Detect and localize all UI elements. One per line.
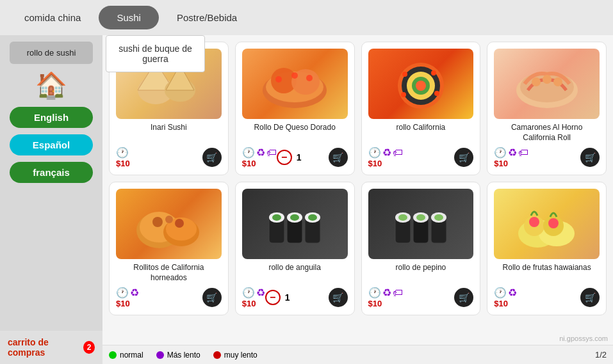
price-camarones: $10 bbox=[494, 159, 528, 168]
product-card-queso: Rollo De Queso Dorado 🕐 ♻ 🏷 $10 − bbox=[235, 42, 355, 175]
action-icons-pepino: 🕐 ♻ 🏷 bbox=[368, 287, 403, 299]
product-actions-inari: 🕐 $10 🛒 bbox=[116, 146, 222, 168]
product-name-rollitos: Rollitos de California horneados bbox=[116, 263, 222, 283]
action-icons-california: 🕐 ♻ 🏷 bbox=[368, 146, 403, 159]
home-icon[interactable]: 🏠 bbox=[35, 70, 67, 100]
add-cart-frutas[interactable]: 🛒 bbox=[580, 288, 600, 307]
product-actions-camarones: 🕐 ♻ 🏷 $10 🛒 bbox=[494, 146, 600, 168]
timer-icon-inari: 🕐 bbox=[116, 146, 129, 159]
product-img-anguila bbox=[242, 189, 348, 259]
product-actions-pepino: 🕐 ♻ 🏷 $10 🛒 bbox=[368, 287, 474, 308]
product-actions-rollitos: 🕐 ♻ $10 🛒 bbox=[116, 287, 222, 308]
svg-point-49 bbox=[434, 214, 443, 221]
page-indicator: 1/2 bbox=[595, 350, 607, 360]
dot-muy-lento bbox=[213, 351, 221, 359]
dot-normal bbox=[109, 351, 117, 359]
product-card-pepino: rollo de pepino 🕐 ♻ 🏷 $10 🛒 bbox=[361, 182, 481, 315]
lang-english-btn[interactable]: English bbox=[10, 107, 93, 128]
product-name-california: rollo California bbox=[396, 123, 446, 142]
product-content: Inari Sushi 🕐 $10 🛒 bbox=[102, 35, 613, 364]
product-grid: Inari Sushi 🕐 $10 🛒 bbox=[109, 42, 607, 315]
product-name-frutas: Rollo de frutas hawaianas bbox=[503, 263, 591, 282]
price-queso: $10 bbox=[242, 159, 256, 168]
add-cart-anguila[interactable]: 🛒 bbox=[329, 288, 348, 307]
action-icons-queso: 🕐 ♻ 🏷 bbox=[242, 146, 277, 159]
action-icons-frutas: 🕐 ♻ bbox=[494, 287, 517, 299]
product-img-frutas bbox=[494, 189, 600, 259]
recycle-icon-queso: ♻ bbox=[256, 146, 265, 159]
timer-icon-anguila: 🕐 bbox=[242, 287, 255, 299]
tag-icon-california: 🏷 bbox=[393, 147, 403, 159]
tag-icon-queso: 🏷 bbox=[266, 147, 277, 159]
qty-control-anguila: − 1 bbox=[265, 290, 292, 305]
svg-point-9 bbox=[291, 72, 298, 79]
add-cart-pepino[interactable]: 🛒 bbox=[454, 288, 473, 307]
product-img-rollitos bbox=[116, 189, 222, 259]
product-actions-frutas: 🕐 ♻ $10 🛒 bbox=[494, 287, 600, 308]
svg-point-18 bbox=[434, 91, 439, 96]
price-pepino: $10 bbox=[368, 299, 403, 308]
product-img-california bbox=[368, 49, 474, 119]
action-icons-rollitos: 🕐 ♻ bbox=[116, 287, 139, 299]
product-name-camarones: Camarones Al Horno California Roll bbox=[494, 123, 600, 143]
price-california: $10 bbox=[368, 159, 403, 168]
qty-control-queso: − 1 bbox=[277, 150, 304, 165]
recycle-icon-camarones: ♻ bbox=[508, 146, 517, 159]
dropdown-hint[interactable]: sushi de buque de guerra bbox=[106, 35, 205, 72]
product-name-queso: Rollo De Queso Dorado bbox=[254, 123, 335, 142]
svg-point-55 bbox=[548, 218, 559, 228]
svg-point-19 bbox=[401, 92, 406, 97]
product-name-inari: Inari Sushi bbox=[151, 123, 187, 142]
product-card-rollitos: Rollitos de California horneados 🕐 ♻ $10… bbox=[109, 182, 229, 315]
cart-button[interactable]: carrito de compras 2 bbox=[0, 331, 102, 364]
lang-espanol-btn[interactable]: Español bbox=[10, 134, 93, 155]
label-mas-lento: Más lento bbox=[167, 351, 200, 360]
add-cart-california[interactable]: 🛒 bbox=[454, 148, 473, 167]
cart-badge: 2 bbox=[83, 341, 95, 354]
svg-point-48 bbox=[416, 214, 425, 221]
svg-point-47 bbox=[398, 214, 407, 221]
product-img-pepino bbox=[368, 189, 474, 259]
sidebar: rollo de sushi 🏠 English Español françai… bbox=[0, 35, 102, 364]
product-card-anguila: rollo de anguila 🕐 ♻ $10 − 1 🛒 bbox=[235, 182, 355, 315]
tab-comida-china[interactable]: comida china bbox=[6, 6, 99, 29]
recycle-icon-anguila: ♻ bbox=[256, 287, 265, 299]
action-icons-inari: 🕐 bbox=[116, 146, 130, 159]
product-actions-california: 🕐 ♻ 🏷 $10 🛒 bbox=[368, 146, 474, 168]
product-actions-queso: 🕐 ♻ 🏷 $10 − 1 🛒 bbox=[242, 146, 348, 168]
timer-icon-queso: 🕐 bbox=[242, 146, 255, 159]
tab-sushi[interactable]: Sushi bbox=[99, 6, 159, 29]
dot-mas-lento bbox=[156, 351, 164, 359]
subcategory-btn[interactable]: rollo de sushi bbox=[10, 42, 93, 64]
price-inari: $10 bbox=[116, 159, 130, 168]
timer-icon-frutas: 🕐 bbox=[494, 287, 507, 299]
svg-point-8 bbox=[275, 76, 282, 83]
svg-point-39 bbox=[290, 214, 299, 221]
qty-decrease-queso[interactable]: − bbox=[277, 150, 292, 165]
timer-icon-rollitos: 🕐 bbox=[116, 287, 129, 299]
svg-point-23 bbox=[543, 75, 552, 84]
product-card-california: rollo California 🕐 ♻ 🏷 $10 🛒 bbox=[361, 42, 481, 175]
status-muy-lento: muy lento bbox=[213, 351, 257, 360]
product-actions-anguila: 🕐 ♻ $10 − 1 🛒 bbox=[242, 287, 348, 308]
qty-decrease-anguila[interactable]: − bbox=[265, 290, 281, 305]
add-cart-queso[interactable]: 🛒 bbox=[329, 148, 348, 167]
add-cart-inari[interactable]: 🛒 bbox=[202, 148, 222, 167]
add-cart-rollitos[interactable]: 🛒 bbox=[202, 288, 222, 307]
qty-num-queso: 1 bbox=[295, 152, 304, 162]
add-cart-camarones[interactable]: 🛒 bbox=[580, 148, 600, 167]
tab-postre[interactable]: Postre/Bebida bbox=[159, 6, 255, 29]
timer-icon-pepino: 🕐 bbox=[368, 287, 381, 299]
price-rollitos: $10 bbox=[116, 299, 139, 308]
svg-point-29 bbox=[152, 217, 163, 227]
price-frutas: $10 bbox=[494, 299, 517, 308]
svg-point-16 bbox=[402, 72, 407, 77]
recycle-icon-california: ♻ bbox=[382, 146, 391, 159]
recycle-icon-pepino: ♻ bbox=[382, 287, 391, 299]
product-img-camarones bbox=[494, 49, 600, 119]
label-normal: normal bbox=[120, 351, 143, 360]
lang-francais-btn[interactable]: français bbox=[10, 162, 93, 183]
svg-point-22 bbox=[532, 77, 541, 86]
tag-icon-pepino: 🏷 bbox=[393, 287, 403, 299]
timer-icon-california: 🕐 bbox=[368, 146, 381, 159]
